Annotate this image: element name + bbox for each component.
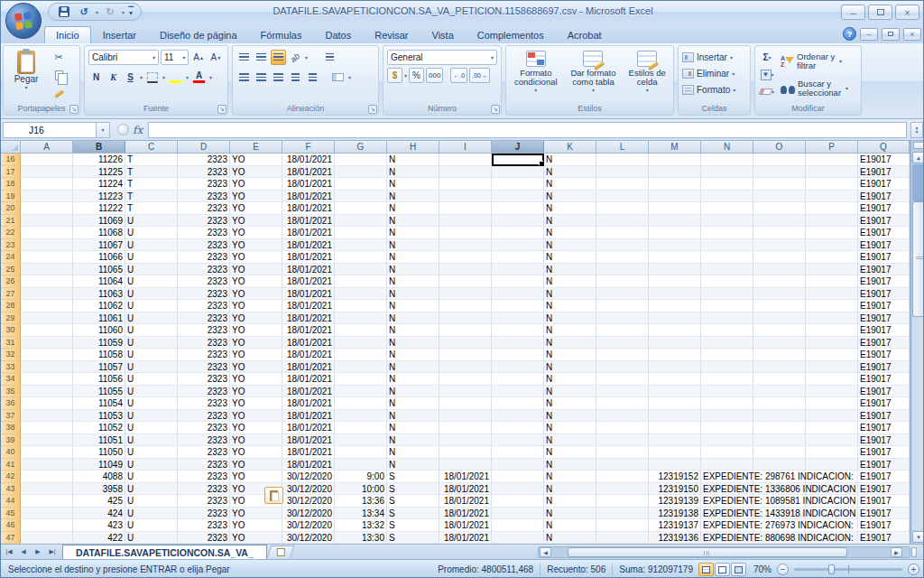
cell-P32[interactable] [806,349,858,361]
cell-J38[interactable] [492,422,544,434]
cell-G43[interactable]: 10:00 [335,483,387,496]
cell-C35[interactable]: U [125,386,178,398]
cell-C45[interactable]: U [125,508,178,520]
cell-I20[interactable] [439,202,492,215]
cell-D37[interactable]: 2323 [178,410,230,423]
cell-C40[interactable]: U [125,446,178,459]
cell-D40[interactable]: 2323 [178,446,230,459]
cell-I28[interactable] [439,300,492,312]
cell-G34[interactable] [335,373,387,386]
column-header-O[interactable]: O [753,141,806,154]
cell-A39[interactable] [21,434,73,447]
cell-F16[interactable]: 18/01/2021 [282,154,335,166]
cell-K45[interactable]: N [544,508,596,520]
cell-B46[interactable]: 423 [73,519,125,532]
row-header-16[interactable]: 16 [1,154,21,166]
column-header-G[interactable]: G [335,141,387,154]
cell-H26[interactable]: N [387,275,439,288]
row-header-27[interactable]: 27 [1,288,21,301]
cell-Q40[interactable]: E19017 [858,446,910,459]
cell-F21[interactable]: 18/01/2021 [282,215,335,228]
first-sheet-button[interactable]: |◀ [3,546,15,558]
cell-F34[interactable]: 18/01/2021 [282,373,335,386]
cell-D28[interactable]: 2323 [178,300,230,312]
row-header-25[interactable]: 25 [1,264,21,276]
column-header-H[interactable]: H [387,141,439,154]
cell-M33[interactable] [649,361,701,374]
cell-Q24[interactable]: E19017 [858,251,910,264]
row-header-35[interactable]: 35 [1,386,21,398]
cell-G37[interactable] [335,410,387,423]
cell-M39[interactable] [649,434,701,447]
cell-M45[interactable]: 12319138 [649,508,701,520]
name-box[interactable]: J16 [3,122,97,138]
cell-P28[interactable] [806,300,858,312]
insert-function-button[interactable]: fx [133,124,143,136]
row-header-37[interactable]: 37 [1,410,21,423]
tab-vista[interactable]: Vista [420,26,466,43]
comma-style-button[interactable]: 000 [426,68,443,83]
page-layout-view-button[interactable] [715,563,730,576]
cell-F24[interactable]: 18/01/2021 [282,251,335,264]
cell-K25[interactable]: N [544,264,596,276]
cell-G23[interactable] [335,239,387,252]
column-header-E[interactable]: E [230,141,282,154]
cell-C16[interactable]: T [125,154,178,166]
cell-I47[interactable]: 18/01/2021 [439,532,492,545]
cell-L30[interactable] [596,324,649,337]
row-header-23[interactable]: 23 [1,239,21,252]
cell-H42[interactable]: S [387,471,439,483]
decrease-indent-button[interactable] [288,70,303,85]
cell-M32[interactable] [649,349,701,361]
copy-button[interactable] [49,68,69,83]
cell-M37[interactable] [649,410,701,423]
cell-B17[interactable]: 11225 [73,166,125,179]
cell-H20[interactable]: N [387,202,439,215]
cell-I31[interactable] [439,337,492,350]
cell-Q18[interactable]: E19017 [858,178,910,191]
cell-K46[interactable]: N [544,519,596,532]
cell-Q16[interactable]: E19017 [858,154,910,166]
column-header-B[interactable]: B [73,141,125,154]
underline-dropdown-icon[interactable]: ▾ [140,74,143,80]
cell-J43[interactable] [492,483,544,496]
cell-P21[interactable] [806,215,858,228]
cell-L47[interactable] [596,532,649,545]
row-header-32[interactable]: 32 [1,349,21,361]
orientation-dropdown-icon[interactable]: ▾ [305,54,308,61]
cell-Q41[interactable]: E19017 [858,459,910,471]
cell-A21[interactable] [21,215,73,228]
cell-G47[interactable]: 13:30 [335,532,387,545]
cell-N39[interactable] [701,434,753,447]
insert-worksheet-button[interactable] [267,545,295,558]
cell-J30[interactable] [492,324,544,337]
undo-button[interactable]: ↺ [76,5,92,19]
cell-E31[interactable]: YO [230,337,282,350]
cell-C31[interactable]: U [125,337,178,350]
cell-B44[interactable]: 425 [73,495,125,508]
cell-E20[interactable]: YO [230,202,282,215]
cell-I16[interactable] [439,154,492,166]
cell-K17[interactable]: N [544,166,596,179]
cell-J47[interactable] [492,532,544,545]
cell-E26[interactable]: YO [230,275,282,288]
cell-E22[interactable]: YO [230,227,282,239]
cell-A37[interactable] [21,410,73,423]
cell-G45[interactable]: 13:34 [335,508,387,520]
cell-K34[interactable]: N [544,373,596,386]
cell-K18[interactable]: N [544,178,596,191]
cell-D21[interactable]: 2323 [178,215,230,228]
cell-K20[interactable]: N [544,202,596,215]
row-header-45[interactable]: 45 [1,508,21,520]
cell-E29[interactable]: YO [230,312,282,325]
tab-split-handle[interactable] [911,547,917,557]
cell-Q28[interactable]: E19017 [858,300,910,312]
cell-E25[interactable]: YO [230,264,282,276]
cell-A30[interactable] [21,324,73,337]
cell-E34[interactable]: YO [230,373,282,386]
cell-F44[interactable]: 30/12/2020 [282,495,335,508]
cell-B34[interactable]: 11056 [73,373,125,386]
save-button[interactable] [56,5,72,19]
cell-E32[interactable]: YO [230,349,282,361]
column-header-K[interactable]: K [544,141,596,154]
